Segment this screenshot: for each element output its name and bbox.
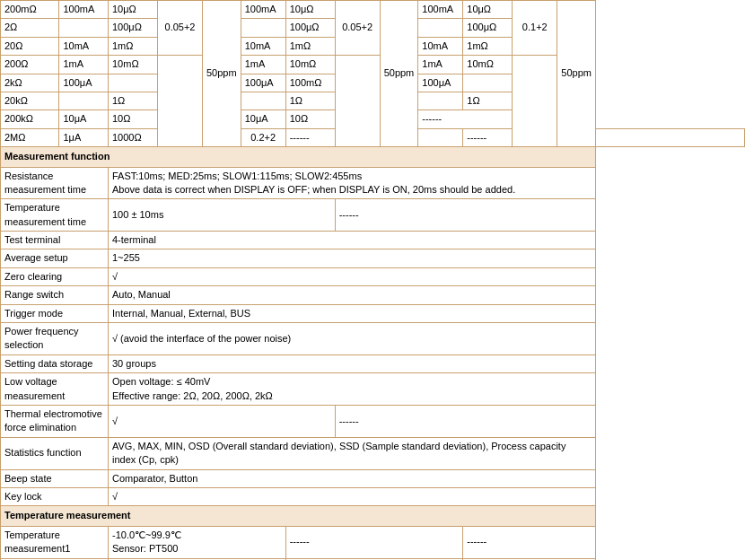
key-lock-value: √ [109,487,596,505]
table-row: Temperature measurement1 -10.0℃~99.9℃ Se… [1,526,745,558]
temp-time-value2: ------ [335,199,595,232]
accuracy3-last-cell [595,128,744,146]
table-row: 200Ω 1mA 10mΩ 1mA 10mΩ 1mA 10mΩ [1,56,745,74]
current2-cell: 1mA [241,56,285,74]
res3-cell: 100μΩ [463,19,513,37]
range-cell: 2Ω [1,19,59,37]
temp-time-value1: 100 ± 10ms [109,199,336,232]
setting-data-label: Setting data storage [1,354,109,372]
res2-cell: 1Ω [285,92,335,109]
res2-cell: 100μΩ [285,19,335,37]
table-row: Test terminal 4-terminal [1,232,745,249]
table-row: Range switch Auto, Manual [1,286,745,304]
table-row: Key lock √ [1,487,745,505]
accuracy-last-cell: 0.2+2 [241,128,285,146]
ppm3-cell: 50ppm [557,1,596,147]
key-lock-label: Key lock [1,487,109,505]
thermal-label: Thermal electromotive force elimination [1,405,109,437]
range-cell: 20Ω [1,37,59,55]
table-row: Low voltage measurement Open voltage: ≤ … [1,373,745,406]
temp-meas1-label: Temperature measurement1 [1,526,109,558]
current-cell [59,19,109,37]
table-row: Resistance measurement time FAST:10ms; M… [1,167,745,199]
test-terminal-value: 4-terminal [109,232,596,249]
temp-meas1-value1: -10.0℃~99.9℃ Sensor: PT500 [109,526,286,558]
table-row: 2MΩ 1μA 1000Ω 0.2+2 ------ ------ [1,128,745,146]
res3-cell: 1mΩ [463,37,513,55]
range-cell: 2kΩ [1,74,59,92]
current3-cell [418,92,463,109]
table-row: Trigger mode Internal, Manual, External,… [1,304,745,322]
range-cell: 200mΩ [1,1,59,19]
spec-table: 200mΩ 100mA 10μΩ 0.05+2 50ppm 100mA 10μΩ… [0,0,745,560]
current2-cell [241,19,285,37]
res2-cell: 100mΩ [285,74,335,92]
accuracy-cell: 0.05+2 [158,1,203,56]
res-cell: 10Ω [109,110,158,128]
table-row: Setting data storage 30 groups [1,354,745,372]
thermal-value1: √ [109,405,336,437]
accuracy2-last-cell [418,128,463,146]
table-row: Zero clearing √ [1,267,745,285]
test-terminal-label: Test terminal [1,232,109,249]
beep-state-label: Beep state [1,469,109,487]
table-row: Average setup 1~255 [1,249,745,267]
low-voltage-value: Open voltage: ≤ 40mV Effective range: 2Ω… [109,373,596,406]
main-table-container: 200mΩ 100mA 10μΩ 0.05+2 50ppm 100mA 10μΩ… [0,0,745,560]
trigger-mode-label: Trigger mode [1,304,109,322]
res-cell: 1Ω [109,92,158,109]
accuracy-cell [158,56,203,147]
res-cell: 10μΩ [109,1,158,19]
zero-clearing-label: Zero clearing [1,267,109,285]
current-cell: 10mA [59,37,109,55]
power-freq-value: √ (avoid the interface of the power nois… [109,323,596,355]
res3-cell [463,74,513,92]
current3-cell: ------ [463,128,557,146]
accuracy2-cell: 0.05+2 [335,1,380,56]
temp-time-label: Temperature measurement time [1,199,109,232]
res2-cell: 10Ω [285,110,335,128]
current-cell: 100μA [59,74,109,92]
res3-cell: 1Ω [463,92,513,109]
current3-cell [418,19,463,37]
current2-cell: 10μA [241,110,285,128]
resistance-time-label: Resistance measurement time [1,167,109,199]
zero-clearing-value: √ [109,267,596,285]
res-cell: 100μΩ [109,19,158,37]
range-cell: 200Ω [1,56,59,74]
table-row: Beep state Comparator, Button [1,469,745,487]
current-cell [59,92,109,109]
table-row: Power frequency selection √ (avoid the i… [1,323,745,355]
range-cell: 20kΩ [1,92,59,109]
temp-meas1-value3: ------ [463,526,596,558]
average-setup-value: 1~255 [109,249,596,267]
thermal-value2: ------ [335,405,595,437]
current2-cell: 100mA [241,1,285,19]
temperature-measurement-header: Temperature measurement [1,506,596,526]
section-header-row: Measurement function [1,147,745,167]
res3-cell: 10mΩ [463,56,513,74]
temp-meas1-value2: ------ [285,526,463,558]
current2-cell: 10mA [241,37,285,55]
current3-cell: ------ [418,110,513,128]
table-row: Temperature measurement time 100 ± 10ms … [1,199,745,232]
table-row: Statistics function AVG, MAX, MIN, OSD (… [1,437,745,469]
setting-data-value: 30 groups [109,354,596,372]
current-cell: 1mA [59,56,109,74]
range-cell: 2MΩ [1,128,59,146]
res-cell: 10mΩ [109,56,158,74]
ppm2-cell: 50ppm [380,1,418,147]
ppm-cell: 50ppm [203,1,241,147]
current3-cell: 1mA [418,56,463,74]
res2-cell: 10mΩ [285,56,335,74]
current2-cell [241,92,285,109]
resistance-time-value: FAST:10ms; MED:25ms; SLOW1:115ms; SLOW2:… [109,167,596,199]
current2-cell: 100μA [241,74,285,92]
current-cell: 1μA [59,128,109,146]
res-cell: 1000Ω [109,128,158,146]
power-freq-label: Power frequency selection [1,323,109,355]
current3-cell: 10mA [418,37,463,55]
average-setup-label: Average setup [1,249,109,267]
table-row: 200mΩ 100mA 10μΩ 0.05+2 50ppm 100mA 10μΩ… [1,1,745,19]
res3-cell: 10μΩ [463,1,513,19]
